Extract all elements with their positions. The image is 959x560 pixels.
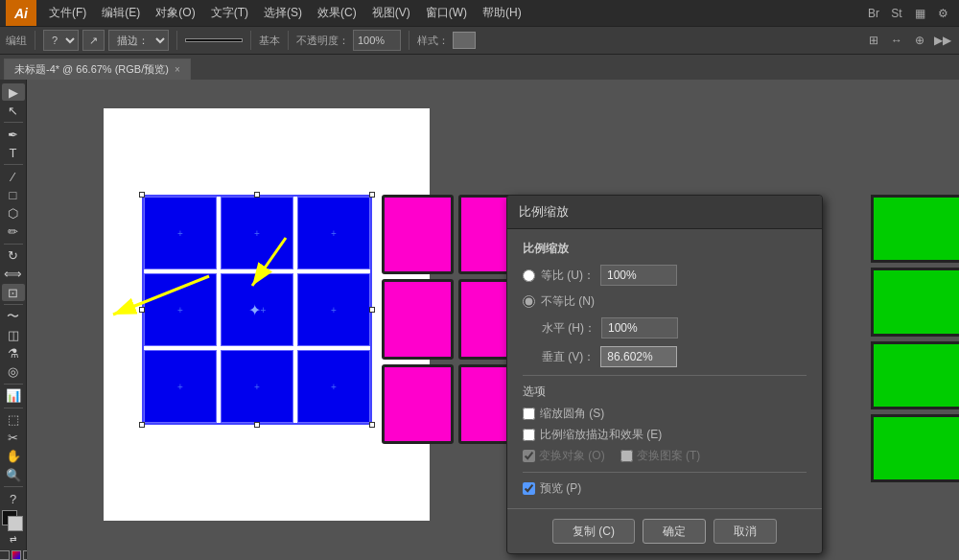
tab-bar: 未标题-4* @ 66.67% (RGB/预览) × xyxy=(0,55,959,80)
unequal-scale-label: 不等比 (N) xyxy=(541,293,595,310)
gradient-tool[interactable]: ◫ xyxy=(2,326,25,343)
transform-obj-group: 变换对象 (O) xyxy=(523,448,605,464)
pink-cell-0 xyxy=(382,195,454,274)
menu-view[interactable]: 视图(V) xyxy=(365,3,417,23)
cancel-button[interactable]: 取消 xyxy=(713,519,777,544)
option-stroke-checkbox[interactable] xyxy=(523,429,535,441)
handle-tm xyxy=(254,192,260,198)
unequal-scale-radio[interactable] xyxy=(523,295,535,308)
blue-cell-8 xyxy=(297,350,370,423)
preview-label: 预览 (P) xyxy=(540,480,581,497)
vertical-input[interactable] xyxy=(600,346,677,367)
toolbar: 编组 ? ↗ 描边： 基本 不透明度： 样式： ⊞ ↔ ⊕ ▶▶ xyxy=(0,26,959,55)
tab-close-btn[interactable]: × xyxy=(175,64,180,75)
scale-tool[interactable]: ⊡ xyxy=(2,284,25,301)
canvas-area[interactable]: ✦ xyxy=(27,80,959,560)
stroke-dropdown-label: 基本 xyxy=(259,34,280,48)
tool-sep-1 xyxy=(4,122,23,123)
toolbar-right: ⊞ ↔ ⊕ ▶▶ xyxy=(863,30,953,51)
menu-text[interactable]: 文字(T) xyxy=(204,3,255,23)
line-tool[interactable]: ∕ xyxy=(2,168,25,185)
vertical-row: 垂直 (V)： xyxy=(523,346,807,367)
option-stroke-label: 比例缩放描边和效果 (E) xyxy=(540,427,662,443)
document-tab[interactable]: 未标题-4* @ 66.67% (RGB/预览) × xyxy=(4,58,191,80)
mirror-tool[interactable]: ⟺ xyxy=(2,266,25,283)
style-label: 样式： xyxy=(417,34,449,48)
fill-color[interactable] xyxy=(8,516,23,531)
menu-select[interactable]: 选择(S) xyxy=(257,3,309,23)
grid-icon[interactable]: ▦ xyxy=(909,3,930,24)
rect-tool[interactable]: □ xyxy=(2,186,25,203)
green-cell-1 xyxy=(871,268,959,336)
menu-right-icons: Br St ▦ ⚙ xyxy=(863,3,953,24)
tool-mode-btn[interactable]: ↗ xyxy=(82,30,105,51)
tool-sep-6 xyxy=(4,408,23,408)
tab-title: 未标题-4* @ 66.67% (RGB/预览) xyxy=(14,62,169,77)
align-icon[interactable]: ⊞ xyxy=(863,30,884,51)
preview-checkbox[interactable] xyxy=(523,482,535,495)
normal-mode-btn[interactable] xyxy=(0,550,10,560)
search-icon[interactable]: ⚙ xyxy=(932,3,953,24)
zoom-tool[interactable]: 🔍 xyxy=(2,466,25,483)
swap-color-btn[interactable]: ⇄ xyxy=(2,530,25,548)
dialog-title: 比例缩放 xyxy=(507,196,822,229)
rotate-tool[interactable]: ↻ xyxy=(2,247,25,265)
slice-tool[interactable]: ✂ xyxy=(2,430,25,447)
stroke-type-dropdown[interactable]: 描边： xyxy=(108,30,169,51)
transform-dropdown[interactable]: ? xyxy=(43,30,79,51)
tool-sep-2 xyxy=(4,164,23,165)
dialog-sep-2 xyxy=(523,472,807,473)
options-section-label: 选项 xyxy=(523,384,807,400)
tool-sep-3 xyxy=(4,244,23,245)
handle-bl xyxy=(139,422,145,428)
svg-line-1 xyxy=(113,276,209,315)
artboard-tool[interactable]: ⬚ xyxy=(2,410,25,428)
blend-tool[interactable]: ◎ xyxy=(2,363,25,381)
option-corners-checkbox[interactable] xyxy=(523,408,535,420)
selection-tool[interactable]: ▶ xyxy=(2,83,25,101)
tool-sep-7 xyxy=(4,486,23,487)
paint-tool[interactable]: ⬡ xyxy=(2,205,25,222)
menu-effect[interactable]: 效果(C) xyxy=(311,3,363,23)
green-grid-container xyxy=(871,195,959,482)
arrow-svg-2 xyxy=(247,233,305,300)
dialog-footer: 复制 (C) 确定 取消 xyxy=(507,508,822,553)
toolbar-sep-3 xyxy=(250,31,251,50)
stock-icon[interactable]: St xyxy=(886,3,907,24)
arrow-grid-indicator xyxy=(247,233,305,303)
handle-bm xyxy=(254,422,260,428)
gradient-mode-btn[interactable] xyxy=(12,550,21,560)
transform-icon[interactable]: ↔ xyxy=(886,30,907,51)
equal-scale-input[interactable] xyxy=(600,265,677,286)
menu-window[interactable]: 窗口(W) xyxy=(419,3,474,23)
pen-tool[interactable]: ✒ xyxy=(2,126,25,143)
equal-scale-radio[interactable] xyxy=(523,269,535,282)
copy-button[interactable]: 复制 (C) xyxy=(552,519,635,544)
ok-button[interactable]: 确定 xyxy=(643,519,706,544)
more-icon[interactable]: ▶▶ xyxy=(932,30,953,51)
blue-cell-2 xyxy=(297,197,370,269)
pathfinder-icon[interactable]: ⊕ xyxy=(909,30,930,51)
green-cell-2 xyxy=(871,341,959,409)
handle-br xyxy=(369,422,375,428)
transform-pattern-group: 变换图案 (T) xyxy=(620,448,701,464)
hand-tool[interactable]: ✋ xyxy=(2,448,25,465)
menu-file[interactable]: 文件(F) xyxy=(42,3,93,23)
horizontal-input[interactable] xyxy=(601,317,678,338)
text-tool[interactable]: T xyxy=(2,144,25,161)
bridge-icon[interactable]: Br xyxy=(863,3,884,24)
transform-pattern-checkbox[interactable] xyxy=(620,450,633,462)
pink-cell-2 xyxy=(382,279,454,359)
help-tool[interactable]: ? xyxy=(2,490,25,507)
direct-select-tool[interactable]: ↖ xyxy=(2,102,25,119)
column-graph-tool[interactable]: 📊 xyxy=(2,386,25,404)
menu-edit[interactable]: 编辑(E) xyxy=(95,3,147,23)
warp-tool[interactable]: 〜 xyxy=(2,308,25,325)
transform-objects-checkbox[interactable] xyxy=(523,450,535,462)
handle-mr xyxy=(369,307,375,313)
menu-object[interactable]: 对象(O) xyxy=(149,3,201,23)
eyedrop-tool[interactable]: ⚗ xyxy=(2,344,25,362)
menu-help[interactable]: 帮助(H) xyxy=(476,3,528,23)
opacity-input[interactable] xyxy=(353,30,401,51)
brush-tool[interactable]: ✏ xyxy=(2,223,25,241)
